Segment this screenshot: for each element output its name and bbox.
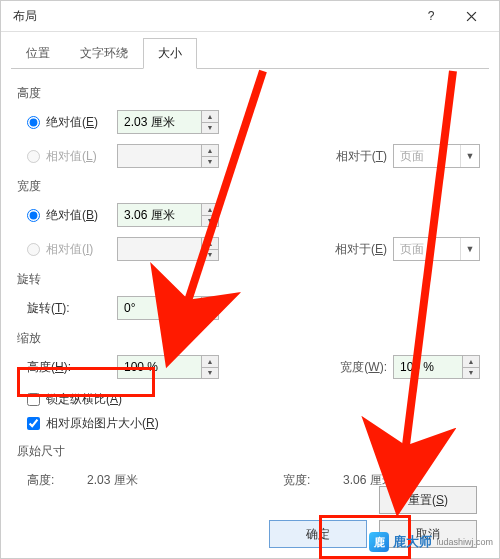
width-relative-to-label: 相对于(E) bbox=[317, 241, 393, 258]
close-icon bbox=[466, 11, 477, 22]
reset-button[interactable]: 重置(S) bbox=[379, 486, 477, 514]
lock-aspect-checkbox[interactable] bbox=[27, 393, 40, 406]
titlebar: 布局 ? bbox=[1, 1, 499, 32]
width-relative-radio-input bbox=[27, 243, 40, 256]
window-title: 布局 bbox=[9, 8, 411, 25]
rotation-label: 旋转(T): bbox=[27, 300, 117, 317]
scale-width-label: 宽度(W): bbox=[317, 359, 393, 376]
width-absolute-radio-input[interactable] bbox=[27, 209, 40, 222]
spin-up-icon[interactable]: ▲ bbox=[202, 111, 218, 123]
lock-aspect-label: 锁定纵横比(A) bbox=[46, 391, 122, 408]
height-relative-radio-input bbox=[27, 150, 40, 163]
rotation-spinner[interactable]: ▲▼ bbox=[117, 296, 219, 320]
width-relative-to-value: 页面 bbox=[394, 241, 460, 258]
dialog-body: 高度 绝对值(E) ▲▼ 相对值(L) bbox=[1, 69, 499, 495]
scale-height-input[interactable] bbox=[118, 356, 201, 378]
spin-down-icon: ▼ bbox=[202, 250, 218, 261]
relative-original-row[interactable]: 相对原始图片大小(R) bbox=[17, 411, 483, 435]
spin-up-icon: ▲ bbox=[202, 238, 218, 250]
width-absolute-spinner[interactable]: ▲▼ bbox=[117, 203, 219, 227]
watermark-text: 鹿大师 bbox=[393, 533, 432, 551]
original-height-label: 高度: bbox=[27, 472, 87, 489]
spin-up-icon[interactable]: ▲ bbox=[202, 204, 218, 216]
spin-down-icon[interactable]: ▼ bbox=[463, 368, 479, 379]
tab-position[interactable]: 位置 bbox=[11, 38, 65, 69]
height-relative-input bbox=[118, 145, 201, 167]
height-absolute-spin-buttons[interactable]: ▲▼ bbox=[201, 111, 218, 133]
group-height-label: 高度 bbox=[17, 85, 483, 102]
height-relative-to-value: 页面 bbox=[394, 148, 460, 165]
group-rotation-label: 旋转 bbox=[17, 271, 483, 288]
watermark-url: ludashiwj.com bbox=[436, 537, 493, 547]
height-relative-spin-buttons: ▲▼ bbox=[201, 145, 218, 167]
chevron-down-icon: ▼ bbox=[460, 238, 479, 260]
watermark: 鹿 鹿大师 ludashiwj.com bbox=[369, 532, 493, 552]
tab-strip: 位置 文字环绕 大小 bbox=[1, 32, 499, 69]
height-absolute-label: 绝对值(E) bbox=[46, 114, 98, 131]
spin-up-icon[interactable]: ▲ bbox=[463, 356, 479, 368]
reset-footer: 重置(S) bbox=[379, 486, 477, 514]
height-absolute-spinner[interactable]: ▲▼ bbox=[117, 110, 219, 134]
tab-size[interactable]: 大小 bbox=[143, 38, 197, 69]
help-button[interactable]: ? bbox=[411, 1, 451, 31]
group-original-label: 原始尺寸 bbox=[17, 443, 483, 460]
spin-up-icon[interactable]: ▲ bbox=[202, 356, 218, 368]
height-absolute-radio[interactable]: 绝对值(E) bbox=[27, 114, 98, 131]
spin-down-icon: ▼ bbox=[202, 157, 218, 168]
spin-down-icon[interactable]: ▼ bbox=[202, 309, 218, 320]
height-absolute-input[interactable] bbox=[118, 111, 201, 133]
scale-height-spinner[interactable]: ▲▼ bbox=[117, 355, 219, 379]
height-relative-to-select: 页面 ▼ bbox=[393, 144, 480, 168]
height-absolute-radio-input[interactable] bbox=[27, 116, 40, 129]
height-relative-to-label: 相对于(T) bbox=[317, 148, 393, 165]
width-relative-radio[interactable]: 相对值(I) bbox=[27, 241, 93, 258]
close-button[interactable] bbox=[451, 1, 491, 31]
relative-original-label: 相对原始图片大小(R) bbox=[46, 415, 159, 432]
spin-down-icon[interactable]: ▼ bbox=[202, 216, 218, 227]
width-absolute-radio[interactable]: 绝对值(B) bbox=[27, 207, 98, 224]
rotation-input[interactable] bbox=[118, 297, 201, 319]
scale-height-label: 高度(H): bbox=[27, 359, 117, 376]
lock-aspect-row[interactable]: 锁定纵横比(A) bbox=[17, 387, 483, 411]
height-relative-label: 相对值(L) bbox=[46, 148, 97, 165]
width-relative-spinner: ▲▼ bbox=[117, 237, 219, 261]
chevron-down-icon: ▼ bbox=[460, 145, 479, 167]
original-height-value: 2.03 厘米 bbox=[87, 472, 227, 489]
width-relative-spin-buttons: ▲▼ bbox=[201, 238, 218, 260]
spin-down-icon[interactable]: ▼ bbox=[202, 123, 218, 134]
tab-text-wrap[interactable]: 文字环绕 bbox=[65, 38, 143, 69]
ok-button[interactable]: 确定 bbox=[269, 520, 367, 548]
width-absolute-label: 绝对值(B) bbox=[46, 207, 98, 224]
spin-up-icon[interactable]: ▲ bbox=[202, 297, 218, 309]
rotation-spin-buttons[interactable]: ▲▼ bbox=[201, 297, 218, 319]
scale-width-spinner[interactable]: ▲▼ bbox=[393, 355, 480, 379]
group-width-label: 宽度 bbox=[17, 178, 483, 195]
spin-down-icon[interactable]: ▼ bbox=[202, 368, 218, 379]
spin-up-icon: ▲ bbox=[202, 145, 218, 157]
height-relative-spinner: ▲▼ bbox=[117, 144, 219, 168]
width-relative-label: 相对值(I) bbox=[46, 241, 93, 258]
scale-height-spin-buttons[interactable]: ▲▼ bbox=[201, 356, 218, 378]
width-relative-to-select: 页面 ▼ bbox=[393, 237, 480, 261]
scale-width-input[interactable] bbox=[394, 356, 462, 378]
original-width-label: 宽度: bbox=[283, 472, 343, 489]
width-relative-input bbox=[118, 238, 201, 260]
group-scale-label: 缩放 bbox=[17, 330, 483, 347]
relative-original-checkbox[interactable] bbox=[27, 417, 40, 430]
width-absolute-spin-buttons[interactable]: ▲▼ bbox=[201, 204, 218, 226]
watermark-icon: 鹿 bbox=[369, 532, 389, 552]
width-absolute-input[interactable] bbox=[118, 204, 201, 226]
scale-width-spin-buttons[interactable]: ▲▼ bbox=[462, 356, 479, 378]
height-relative-radio[interactable]: 相对值(L) bbox=[27, 148, 97, 165]
layout-dialog: 布局 ? 位置 文字环绕 大小 高度 绝对值(E) ▲▼ bbox=[0, 0, 500, 559]
